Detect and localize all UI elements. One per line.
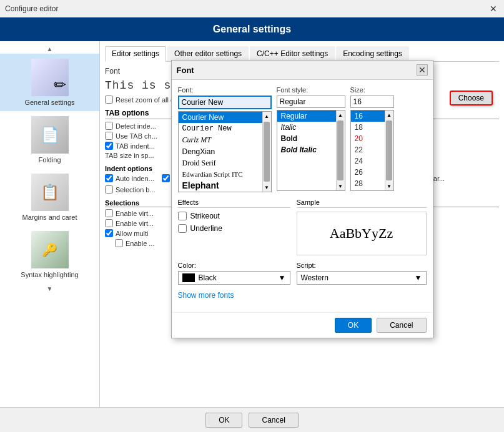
style-scroll-thumb: [337, 120, 343, 180]
dialog-title-bar: Font ✕: [172, 61, 433, 80]
font-list-item[interactable]: Curlz MT: [179, 134, 271, 146]
folding-icon: [31, 116, 69, 154]
style-list-scrollbar[interactable]: ▲ ▼: [336, 110, 345, 190]
dialog-content: Font: Courier New Courier New Curlz MT D…: [172, 80, 433, 312]
font-list-item[interactable]: Courier New: [179, 112, 271, 123]
general-settings-icon: [31, 59, 69, 96]
scroll-down-arrow[interactable]: ▼: [262, 183, 271, 192]
font-list-item[interactable]: DengXian: [179, 146, 271, 157]
sidebar-scroll-down[interactable]: ▼: [0, 283, 99, 293]
font-list-container: Courier New Courier New Curlz MT DengXia…: [178, 111, 272, 192]
style-list-item[interactable]: Regular: [277, 110, 345, 122]
strikeout-row: Strikeout: [178, 212, 290, 220]
app-header: General settings: [0, 17, 504, 41]
main-cancel-button[interactable]: Cancel: [249, 413, 298, 428]
font-name-input[interactable]: [178, 96, 272, 109]
window-title: Configure editor: [5, 4, 58, 13]
strikeout-label: Strikeout: [190, 212, 220, 220]
sidebar-item-margins[interactable]: Margins and caret: [0, 169, 99, 226]
color-swatch: Black: [182, 273, 217, 282]
main-ok-button[interactable]: OK: [205, 413, 242, 428]
font-style-col: Font style: Regular Italic Bold Bold Ita…: [277, 86, 345, 192]
font-name-col: Font: Courier New Courier New Curlz MT D…: [178, 86, 272, 192]
sidebar-label-general: General settings: [24, 99, 74, 106]
sidebar-label-folding: Folding: [38, 156, 61, 164]
font-list-scrollbar[interactable]: ▲ ▼: [262, 112, 271, 192]
style-list-item[interactable]: Bold Italic: [277, 144, 345, 155]
script-value: Western: [301, 273, 329, 282]
style-list-item[interactable]: Italic: [277, 122, 345, 133]
sample-box: AaBbYyZz: [297, 212, 427, 255]
title-bar: Configure editor ✕: [0, 0, 504, 17]
font-dialog: Font ✕ Font: Courier New: [171, 60, 433, 338]
color-script-row: Color: Black ▼ Script:: [178, 262, 427, 285]
window-close-button[interactable]: ✕: [488, 3, 499, 14]
dialog-cancel-button[interactable]: Cancel: [377, 318, 426, 333]
color-label: Color:: [178, 262, 290, 269]
strikeout-checkbox[interactable]: [178, 212, 187, 220]
underline-label: Underline: [190, 224, 222, 233]
sidebar-scroll-up[interactable]: ▲: [0, 44, 99, 54]
font-dialog-overlay: Font ✕ Font: Courier New: [100, 41, 504, 407]
font-style-input[interactable]: [277, 96, 345, 108]
font-size-input[interactable]: [350, 96, 394, 108]
font-list: Courier New Courier New Curlz MT DengXia…: [179, 112, 271, 192]
script-dropdown-arrow: ▼: [415, 273, 422, 282]
style-list: Regular Italic Bold Bold Italic: [277, 110, 345, 155]
effects-sample-row: Effects Strikeout Underline Sample: [178, 199, 427, 255]
size-scroll-thumb: [386, 120, 392, 180]
style-scroll-down[interactable]: ▼: [336, 182, 345, 190]
content-area: Editor settings Other editor settings C/…: [100, 41, 504, 407]
margins-icon: [31, 174, 69, 211]
black-swatch: [182, 273, 195, 282]
sidebar-item-folding[interactable]: Folding: [0, 111, 99, 169]
font-list-item[interactable]: Droid Serif: [179, 157, 271, 169]
font-size-col: Size: 16 18 20 22 24 26 28: [350, 86, 394, 192]
size-list-container: 16 18 20 22 24 26 28 ▲: [350, 110, 394, 191]
effects-col: Effects Strikeout Underline: [178, 199, 290, 255]
style-list-item[interactable]: Bold: [277, 133, 345, 144]
dialog-buttons: OK Cancel: [172, 312, 433, 338]
underline-checkbox[interactable]: [178, 224, 187, 233]
style-label: Font style:: [277, 86, 345, 94]
sidebar-item-syntax[interactable]: Syntax highlighting: [0, 226, 99, 283]
header-title: General settings: [213, 24, 291, 35]
show-more-fonts-link[interactable]: Show more fonts: [178, 291, 234, 300]
size-list-scrollbar[interactable]: ▲ ▼: [385, 110, 393, 190]
dialog-close-button[interactable]: ✕: [417, 64, 428, 76]
font-label: Font:: [178, 86, 272, 94]
dialog-title: Font: [177, 66, 194, 75]
color-col: Color: Black ▼: [178, 262, 290, 285]
script-select[interactable]: Western ▼: [297, 271, 427, 285]
syntax-icon: [31, 231, 69, 268]
font-list-item[interactable]: Elephant: [179, 179, 271, 192]
sidebar-label-syntax: Syntax highlighting: [21, 271, 78, 278]
main-layout: ▲ General settings Folding Margins and c…: [0, 41, 504, 407]
size-label: Size:: [350, 86, 394, 94]
size-scroll-down[interactable]: ▼: [385, 182, 393, 190]
color-value: Black: [199, 273, 217, 282]
scroll-up-arrow[interactable]: ▲: [262, 112, 271, 120]
sample-text: AaBbYyZz: [330, 225, 393, 242]
color-select[interactable]: Black ▼: [178, 271, 290, 285]
font-list-item[interactable]: Edwardian Script ITC: [179, 169, 271, 179]
style-list-container: Regular Italic Bold Bold Italic ▲ ▼: [277, 110, 345, 191]
bottom-bar: OK Cancel: [0, 407, 504, 432]
underline-row: Underline: [178, 224, 290, 233]
size-scroll-up[interactable]: ▲: [385, 110, 393, 119]
style-scroll-up[interactable]: ▲: [336, 110, 345, 119]
dialog-ok-button[interactable]: OK: [335, 318, 372, 333]
script-label: Script:: [297, 262, 427, 269]
font-columns: Font: Courier New Courier New Curlz MT D…: [178, 86, 427, 192]
sample-col: Sample AaBbYyZz: [297, 199, 427, 255]
sidebar-label-margins: Margins and caret: [22, 214, 77, 221]
script-col: Script: Western ▼: [297, 262, 427, 285]
sidebar-item-general[interactable]: General settings: [0, 54, 99, 111]
font-list-item[interactable]: Courier New: [179, 123, 271, 134]
color-dropdown-arrow: ▼: [279, 273, 286, 282]
sidebar: ▲ General settings Folding Margins and c…: [0, 41, 100, 407]
scroll-thumb: [264, 122, 270, 182]
effects-title: Effects: [178, 199, 290, 208]
sample-title: Sample: [297, 199, 427, 208]
